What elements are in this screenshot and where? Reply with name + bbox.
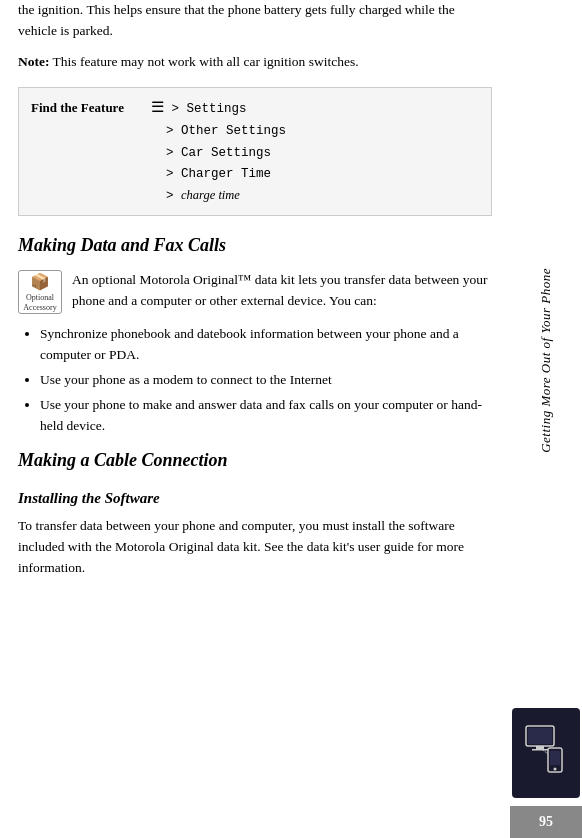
svg-point-6: [554, 768, 557, 771]
sidebar-vertical-text: Getting More Out of Your Phone: [538, 268, 554, 453]
optional-description: An optional Motorola Original™ data kit …: [72, 270, 492, 312]
path-charger-time: > Charger Time: [151, 167, 271, 181]
optional-accessory-icon: 📦 Optional Accessory: [18, 270, 62, 314]
section2-heading: Making a Cable Connection: [18, 447, 492, 475]
bullet-item-1: Synchronize phonebook and datebook infor…: [40, 324, 492, 366]
right-sidebar: Getting More Out of Your Phone 95: [510, 0, 582, 838]
path-car-settings: > Car Settings: [151, 146, 271, 160]
page-number: 95: [539, 814, 553, 830]
section1-heading: Making Data and Fax Calls: [18, 232, 492, 260]
bullet-item-3: Use your phone to make and answer data a…: [40, 395, 492, 437]
note-label: Note:: [18, 54, 49, 69]
path-settings: > Settings: [172, 102, 247, 116]
section2-body: To transfer data between your phone and …: [18, 516, 492, 579]
find-feature-label: Find the Feature: [31, 96, 141, 118]
optional-label-line2: Accessory: [23, 303, 56, 313]
accessory-symbol: 📦: [30, 272, 50, 291]
path-charge-time: > charge time: [151, 189, 240, 203]
svg-rect-3: [532, 749, 548, 751]
bullet-item-2: Use your phone as a modem to connect to …: [40, 370, 492, 391]
svg-rect-2: [536, 746, 544, 749]
svg-rect-1: [528, 728, 552, 744]
note-paragraph: Note: This feature may not work with all…: [18, 52, 492, 73]
note-body: This feature may not work with all car i…: [49, 54, 358, 69]
sidebar-text-wrapper: Getting More Out of Your Phone: [538, 0, 554, 700]
intro-paragraph: the ignition. This helps ensure that the…: [18, 0, 492, 42]
features-list: Synchronize phonebook and datebook infor…: [18, 324, 492, 437]
find-feature-path: ☰ > Settings > Other Settings > Car Sett…: [151, 96, 286, 208]
optional-accessory-block: 📦 Optional Accessory An optional Motorol…: [18, 270, 492, 314]
find-feature-box: Find the Feature ☰ > Settings > Other Se…: [18, 87, 492, 217]
optional-label-line1: Optional: [26, 293, 54, 303]
sidebar-image-box: [512, 708, 580, 798]
menu-icon: ☰: [151, 100, 164, 117]
page-number-area: 95: [510, 806, 582, 838]
section2-subheading: Installing the Software: [18, 487, 492, 510]
phone-computer-icon: [522, 718, 570, 788]
main-content: the ignition. This helps ensure that the…: [0, 0, 510, 838]
path-other-settings: > Other Settings: [151, 124, 286, 138]
svg-rect-5: [550, 751, 560, 765]
